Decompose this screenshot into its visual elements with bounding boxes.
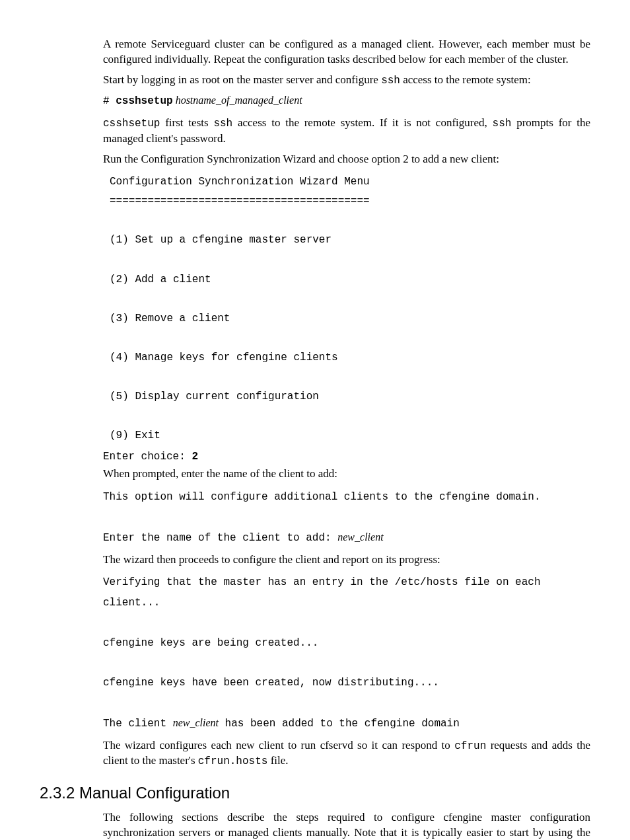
text: access to the remote system. If it is no… (232, 116, 492, 129)
command-argument: hostname_of_managed_client (173, 95, 302, 106)
inline-code: cfrun.hosts (198, 755, 268, 767)
variable: new_client (337, 531, 383, 543)
paragraph: csshsetup first tests ssh access to the … (103, 116, 590, 147)
inline-code: ssh (493, 118, 512, 130)
paragraph: Run the Configuration Synchronization Wi… (103, 152, 590, 167)
command-line: # csshsetup hostname_of_managed_client (103, 93, 590, 109)
paragraph: The wizard then proceeds to configure th… (103, 553, 590, 568)
terminal-output: This option will configure additional cl… (103, 487, 590, 548)
variable: new_client (173, 717, 219, 728)
paragraph: A remote Serviceguard cluster can be con… (103, 37, 590, 67)
section-heading: 2.3.2 Manual Configuration (40, 783, 590, 804)
text: The following sections describe the step… (103, 811, 590, 839)
text: The wizard configures each new client to… (103, 739, 454, 751)
paragraph: When prompted, enter the name of the cli… (103, 467, 590, 482)
inline-code: ssh (213, 118, 232, 130)
inline-code: cfrun (454, 740, 486, 752)
text: first tests (160, 116, 213, 129)
text: Start by logging in as root on the maste… (103, 73, 381, 86)
text: access to the remote system: (400, 73, 531, 86)
prompt: # (103, 95, 116, 107)
paragraph: Start by logging in as root on the maste… (103, 73, 590, 89)
terminal-output: Verifying that the master has an entry i… (103, 572, 590, 734)
text: This option will configure additional cl… (103, 491, 541, 544)
text: Verifying that the master has an entry i… (103, 576, 547, 730)
command: csshsetup (116, 95, 172, 107)
prompt-label: Enter choice: (103, 451, 192, 463)
prompt-value: 2 (192, 451, 198, 463)
inline-code: ssh (381, 75, 400, 87)
prompt-line: Enter choice: 2 (103, 450, 590, 465)
menu-output: Configuration Synchronization Wizard Men… (110, 172, 590, 446)
text: file. (267, 754, 288, 767)
text: has been added to the cfengine domain (219, 718, 460, 730)
paragraph: The wizard configures each new client to… (103, 738, 590, 769)
inline-code: csshsetup (103, 118, 160, 130)
paragraph: The following sections describe the step… (103, 810, 590, 840)
